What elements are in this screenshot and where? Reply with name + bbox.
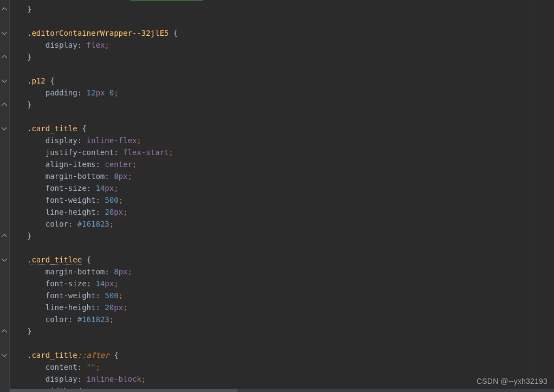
code-line[interactable]: display: flex; xyxy=(10,39,554,51)
code-line[interactable] xyxy=(10,111,554,123)
token: 8 xyxy=(114,267,118,276)
code-line[interactable]: .card_titlee { xyxy=(10,254,554,266)
horizontal-scrollbar-thumb[interactable] xyxy=(10,389,237,392)
token xyxy=(27,375,46,383)
token: { xyxy=(173,29,178,37)
code-line[interactable]: } xyxy=(10,3,554,15)
token: ; xyxy=(127,267,132,276)
token: content xyxy=(46,363,78,371)
token: ; xyxy=(95,363,100,371)
code-line[interactable] xyxy=(10,15,554,27)
token: px xyxy=(119,172,128,181)
code-line[interactable]: display: inline-flex; xyxy=(10,134,554,146)
token: } xyxy=(27,100,31,109)
code-line[interactable]: } xyxy=(10,99,554,111)
token xyxy=(82,255,86,264)
code-line[interactable] xyxy=(10,63,554,75)
code-line[interactable]: } xyxy=(10,51,554,63)
editor-area[interactable]: } .editorContainerWrapper--32jlE5 { disp… xyxy=(0,0,554,392)
token: { xyxy=(82,124,86,133)
token: ; xyxy=(123,208,127,216)
token: } xyxy=(27,232,31,240)
token: ; xyxy=(105,41,109,49)
fold-close-icon[interactable] xyxy=(2,54,7,60)
fold-close-icon[interactable] xyxy=(2,329,7,334)
code-line[interactable]: color: #161823; xyxy=(10,218,554,230)
code-line[interactable]: font-weight: 500; xyxy=(10,194,554,206)
token: } xyxy=(27,5,31,14)
token: ; xyxy=(114,184,118,192)
code-line[interactable]: .card_title { xyxy=(10,123,554,134)
token: ; xyxy=(123,303,127,312)
right-ruler xyxy=(531,0,531,392)
token: font-weight xyxy=(46,196,96,204)
horizontal-scrollbar[interactable] xyxy=(10,389,554,392)
code-line[interactable]: content: ""; xyxy=(10,361,554,373)
token: .card_title xyxy=(27,124,78,133)
token: } xyxy=(27,53,31,61)
fold-close-icon[interactable] xyxy=(2,102,7,107)
token xyxy=(27,160,46,169)
code-line[interactable]: } xyxy=(10,230,554,242)
token xyxy=(27,184,46,192)
token: px xyxy=(114,208,123,216)
code-line[interactable]: font-size: 14px; xyxy=(10,278,554,290)
token: : xyxy=(78,363,87,371)
code-line[interactable]: line-height: 20px; xyxy=(10,206,554,218)
code-view[interactable]: } .editorContainerWrapper--32jlE5 { disp… xyxy=(10,0,554,392)
token: px xyxy=(119,267,128,276)
code-line[interactable] xyxy=(10,242,554,254)
code-line[interactable]: color: #161823; xyxy=(10,313,554,325)
token: card_titlee xyxy=(31,255,82,265)
token: : xyxy=(95,160,105,169)
fold-open-icon[interactable] xyxy=(2,30,7,36)
token: px xyxy=(114,303,123,312)
code-line[interactable]: padding: 12px 0; xyxy=(10,87,554,99)
token: margin-bottom xyxy=(46,267,105,276)
token xyxy=(169,29,173,37)
token: center xyxy=(105,160,132,169)
code-line[interactable]: margin-bottom: 8px; xyxy=(10,266,554,278)
token: { xyxy=(114,351,118,359)
code-line[interactable]: align-items: center; xyxy=(10,158,554,170)
code-line[interactable]: justify-content: flex-start; xyxy=(10,146,554,158)
token: px xyxy=(105,184,114,192)
token: : xyxy=(68,315,78,324)
token: ; xyxy=(109,220,114,228)
token xyxy=(27,172,46,181)
token: flex-start xyxy=(123,148,169,157)
code-line[interactable]: .p12 { xyxy=(10,75,554,87)
code-line[interactable]: margin-bottom: 8px; xyxy=(10,170,554,182)
code-line[interactable] xyxy=(10,337,554,349)
token: line-height xyxy=(46,208,96,216)
code-line[interactable]: .editorContainerWrapper--32jlE5 { xyxy=(10,27,554,39)
token: display xyxy=(46,41,78,49)
fold-open-icon[interactable] xyxy=(2,257,7,262)
code-line[interactable]: font-size: 14px; xyxy=(10,182,554,194)
token: : xyxy=(95,196,105,204)
fold-open-icon[interactable] xyxy=(2,78,7,83)
fold-close-icon[interactable] xyxy=(2,7,7,12)
token xyxy=(27,279,46,288)
token xyxy=(27,267,46,276)
token xyxy=(27,196,46,204)
code-line[interactable]: line-height: 20px; xyxy=(10,301,554,313)
token: line-height xyxy=(46,303,96,312)
code-line[interactable]: display: inline-block; xyxy=(10,373,554,385)
code-line[interactable]: .card_title::after { xyxy=(10,349,554,361)
token: ; xyxy=(137,136,141,145)
gutter[interactable] xyxy=(0,0,10,392)
fold-open-icon[interactable] xyxy=(2,352,7,358)
fold-open-icon[interactable] xyxy=(2,126,7,131)
fold-close-icon[interactable] xyxy=(2,233,7,239)
token: inline-flex xyxy=(87,136,137,145)
token: ; xyxy=(127,172,132,181)
token: : xyxy=(87,279,96,288)
token: } xyxy=(27,327,31,336)
token: display xyxy=(46,375,78,383)
code-line[interactable]: font-weight: 500; xyxy=(10,290,554,301)
token: : xyxy=(114,148,123,157)
token: font-size xyxy=(46,279,87,288)
token xyxy=(27,41,46,49)
code-line[interactable]: } xyxy=(10,325,554,337)
